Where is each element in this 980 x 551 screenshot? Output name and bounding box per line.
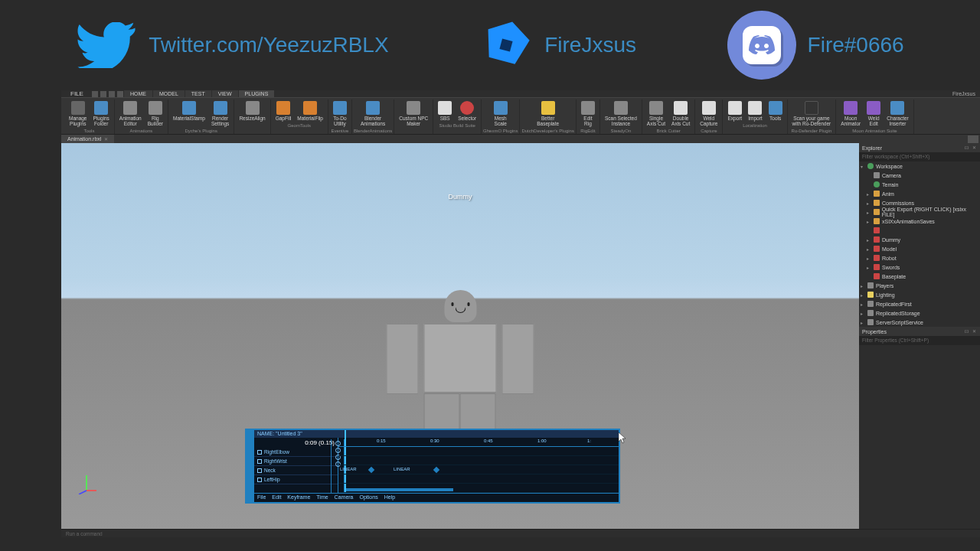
- plugin-icon: [94, 101, 108, 115]
- qa-icon[interactable]: [92, 91, 98, 97]
- timeline-row[interactable]: [338, 474, 619, 484]
- tree-item[interactable]: Baseplate: [859, 272, 980, 281]
- tree-item[interactable]: [859, 226, 980, 235]
- keyframe-icon[interactable]: [433, 467, 439, 473]
- anim-menu-item[interactable]: Help: [384, 494, 395, 501]
- menu-tab-plugins[interactable]: PLUGINS: [239, 90, 275, 97]
- ribbon-button[interactable]: Weld Capture: [697, 99, 720, 128]
- plugin-icon: [844, 101, 858, 115]
- pin-icon[interactable]: ⊡: [963, 328, 969, 334]
- doc-tab[interactable]: Animation.rbxl ✕: [61, 135, 114, 143]
- close-icon[interactable]: ✕: [971, 145, 977, 151]
- qa-icon[interactable]: [109, 91, 115, 97]
- anim-menu-item[interactable]: Edit: [272, 494, 281, 501]
- track-row[interactable]: LeftHip: [254, 475, 338, 484]
- anim-timeline[interactable]: 0:15 0:30 0:45 1:00 1: LINEAR: [338, 438, 619, 493]
- ribbon-button[interactable]: Animation Editor: [116, 99, 145, 128]
- menu-tab-view[interactable]: VIEW: [212, 90, 238, 97]
- ribbon-button[interactable]: Scan Selected Instance: [602, 99, 640, 128]
- properties-filter[interactable]: Filter Properties (Ctrl+Shift+P): [859, 336, 980, 345]
- tree-item[interactable]: Camera: [859, 171, 980, 180]
- dummy-head: [444, 290, 476, 322]
- track-row[interactable]: Neck: [254, 466, 338, 475]
- explorer-filter[interactable]: Filter workspace (Ctrl+Shift+X): [859, 152, 980, 161]
- ribbon-button[interactable]: Scan your game with Ro-Defender: [789, 99, 835, 128]
- tree-item[interactable]: ▸xSIXxAnimationSaves: [859, 217, 980, 226]
- tree-item[interactable]: ▸ReplicatedFirst: [859, 299, 980, 308]
- ribbon-button[interactable]: GapFill: [273, 99, 295, 122]
- tree-item[interactable]: ▸Anim: [859, 189, 980, 198]
- qa-icon[interactable]: [100, 91, 106, 97]
- plugin-icon: [890, 101, 904, 115]
- ribbon-button[interactable]: SBS: [435, 99, 455, 122]
- ribbon-button[interactable]: Edit Rig: [578, 99, 598, 128]
- tree-item[interactable]: ▸Dummy: [859, 235, 980, 244]
- anim-menu-item[interactable]: Options: [360, 494, 378, 501]
- tree-item[interactable]: ▸Quick Export (RIGHT CLICK) [xsixx FILE]: [859, 207, 980, 217]
- tree-item[interactable]: ▸ServerScriptService: [859, 318, 980, 327]
- timeline-row[interactable]: LINEAR LINEAR: [338, 465, 619, 474]
- properties-body: [859, 345, 980, 529]
- qa-icon[interactable]: [117, 91, 123, 97]
- plugin-icon: [438, 101, 452, 115]
- explorer-tree[interactable]: ▾WorkspaceCameraTerrain▸Anim▸Commissions…: [859, 161, 980, 327]
- track-row[interactable]: RightWrist: [254, 457, 338, 466]
- close-icon[interactable]: ✕: [104, 136, 108, 142]
- anim-menu-item[interactable]: File: [257, 494, 266, 501]
- keyframe-icon[interactable]: [368, 467, 374, 473]
- ribbon-button[interactable]: Double Axis Cut: [668, 99, 693, 128]
- menu-tab-home[interactable]: HOME: [124, 90, 152, 97]
- anim-draghandle[interactable]: [247, 430, 254, 502]
- anim-title: NAME: "Untitled 3": [257, 431, 302, 437]
- anim-menu-item[interactable]: Keyframe: [287, 494, 310, 501]
- ribbon-button[interactable]: Selector: [455, 99, 479, 122]
- ribbon-button[interactable]: MaterialFlip: [294, 99, 326, 122]
- animation-editor[interactable]: NAME: "Untitled 3" 0:09 (0.15) RightElbo…: [245, 429, 620, 504]
- ribbon-button[interactable]: Blender Animations: [358, 99, 388, 128]
- menu-file[interactable]: FILE: [66, 90, 88, 97]
- ribbon-button[interactable]: Mesh Scale: [491, 99, 511, 128]
- tree-item[interactable]: ▸Swords: [859, 262, 980, 272]
- ribbon-button[interactable]: Export: [724, 99, 745, 122]
- close-icon[interactable]: ✕: [971, 328, 977, 334]
- ribbon-button[interactable]: Weld Edit: [864, 99, 884, 128]
- ribbon-button[interactable]: Rig Builder: [145, 99, 166, 128]
- menu-tab-test[interactable]: TEST: [185, 90, 211, 97]
- tree-item[interactable]: ▸Robot: [859, 253, 980, 262]
- tree-part-icon: [874, 246, 880, 252]
- menu-tab-model[interactable]: MODEL: [153, 90, 185, 97]
- ribbon-button[interactable]: Plugins Folder: [90, 99, 113, 128]
- tree-item[interactable]: ▸Players: [859, 281, 980, 290]
- anim-menu-item[interactable]: Camera: [335, 494, 354, 501]
- tree-item[interactable]: ▾Workspace: [859, 161, 980, 171]
- timeline-row[interactable]: [338, 447, 619, 456]
- tree-item[interactable]: ▸Lighting: [859, 290, 980, 299]
- ribbon-button[interactable]: Manage Plugins: [66, 99, 90, 128]
- dummy-arm-left: [387, 324, 419, 394]
- ribbon-button[interactable]: Better Baseplate: [534, 99, 562, 128]
- ribbon-button[interactable]: To-Do Utility: [330, 99, 350, 128]
- scrubber[interactable]: [346, 488, 453, 491]
- tabbar-expand-icon[interactable]: [968, 135, 978, 143]
- ribbon-button[interactable]: Tools: [766, 99, 786, 122]
- tree-item[interactable]: ▸ReplicatedStorage: [859, 308, 980, 318]
- plugin-icon: [728, 101, 742, 115]
- track-row[interactable]: RightElbow: [254, 448, 338, 457]
- viewport[interactable]: Dummy NAME: "Untitled 3": [61, 143, 859, 529]
- timeline-row[interactable]: [338, 456, 619, 465]
- pin-icon[interactable]: ⊡: [963, 145, 969, 151]
- ribbon-button[interactable]: ResizeAlign: [236, 99, 268, 122]
- tree-light-icon: [867, 292, 874, 298]
- ribbon-button[interactable]: Moon Animator: [838, 99, 864, 128]
- ribbon-button[interactable]: Custom NPC Maker: [396, 99, 431, 128]
- ribbon-button[interactable]: Character Inserter: [884, 99, 912, 128]
- ribbon-button[interactable]: Import: [745, 99, 765, 122]
- tree-item[interactable]: Terrain: [859, 180, 980, 189]
- anim-menu-item[interactable]: Time: [316, 494, 328, 501]
- plugin-icon: [805, 101, 818, 115]
- ribbon-button[interactable]: Single Axis Cut: [644, 99, 668, 128]
- tree-item[interactable]: ▸Model: [859, 244, 980, 253]
- ribbon-button[interactable]: Render Settings: [208, 99, 233, 128]
- ribbon-group-label: DutchDeveloper's Plugins: [521, 128, 574, 134]
- ribbon-button[interactable]: MaterialStamp: [170, 99, 208, 128]
